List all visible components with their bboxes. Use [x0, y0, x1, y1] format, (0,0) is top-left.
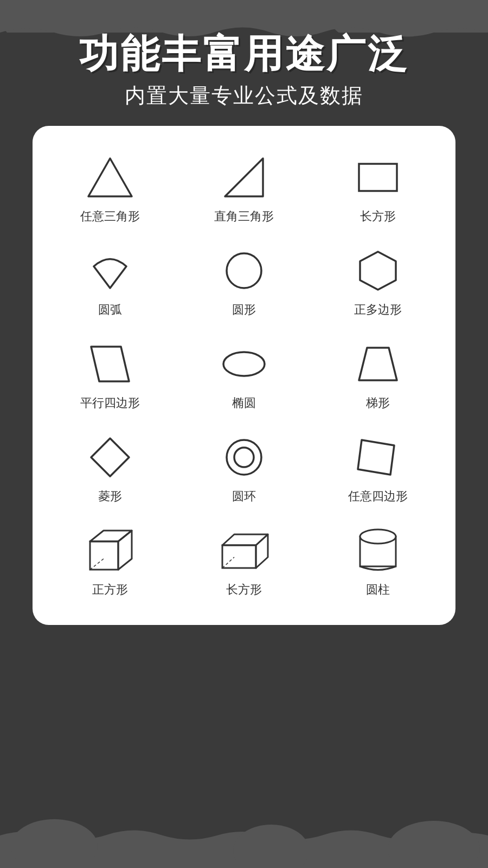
annulus-label: 圆环	[232, 488, 256, 505]
ellipse-icon	[217, 340, 271, 388]
arc-label: 圆弧	[98, 302, 122, 318]
parallelogram-label: 平行四边形	[80, 395, 140, 411]
svg-line-30	[222, 557, 234, 568]
shape-item-rectangle: 长方形	[311, 142, 445, 230]
shapes-card: 任意三角形 直角三角形 长方形	[33, 126, 455, 625]
svg-rect-9	[359, 164, 397, 191]
svg-marker-18	[358, 440, 394, 475]
shape-item-arc: 圆弧	[43, 235, 177, 323]
hexagon-icon	[351, 246, 405, 295]
clouds-bottom-decoration	[0, 803, 488, 868]
rectangle-label: 长方形	[360, 208, 396, 225]
svg-point-33	[11, 819, 98, 868]
cuboid-label: 长方形	[226, 582, 262, 598]
svg-point-34	[388, 821, 480, 868]
svg-marker-21	[118, 531, 132, 570]
shape-item-annulus: 圆环	[177, 422, 311, 510]
cylinder-label: 圆柱	[366, 582, 390, 598]
svg-marker-27	[256, 534, 268, 568]
shape-item-triangle: 任意三角形	[43, 142, 177, 230]
svg-point-17	[234, 448, 254, 467]
parallelogram-icon	[83, 340, 137, 388]
cylinder-icon	[351, 526, 405, 575]
svg-marker-14	[359, 348, 397, 380]
svg-point-10	[227, 253, 261, 288]
shape-item-quad: 任意四边形	[311, 422, 445, 510]
cube-icon	[83, 526, 137, 575]
shape-item-parallelogram: 平行四边形	[43, 329, 177, 417]
triangle-icon	[83, 153, 137, 202]
svg-line-24	[90, 559, 104, 570]
rhombus-icon	[83, 433, 137, 482]
shape-item-ellipse: 椭圆	[177, 329, 311, 417]
circle-icon	[217, 246, 271, 295]
svg-rect-19	[90, 541, 118, 570]
svg-point-32	[360, 529, 396, 544]
rectangle-icon	[351, 153, 405, 202]
header-section: 功能丰富用途广泛 内置大量专业公式及数据	[0, 0, 488, 126]
svg-point-35	[233, 825, 309, 868]
shape-item-rhombus: 菱形	[43, 422, 177, 510]
right-triangle-icon	[217, 153, 271, 202]
shape-item-cube: 正方形	[43, 515, 177, 603]
triangle-label: 任意三角形	[80, 208, 140, 225]
svg-marker-15	[91, 438, 129, 476]
svg-marker-12	[91, 347, 129, 381]
cube-label: 正方形	[92, 582, 128, 598]
quad-icon	[351, 433, 405, 482]
right-triangle-label: 直角三角形	[214, 208, 274, 225]
shape-item-cuboid: 长方形	[177, 515, 311, 603]
main-title: 功能丰富用途广泛	[0, 33, 488, 75]
shape-item-trapezoid: 梯形	[311, 329, 445, 417]
svg-point-13	[223, 352, 265, 376]
shape-item-right-triangle: 直角三角形	[177, 142, 311, 230]
svg-marker-7	[88, 158, 132, 196]
trapezoid-icon	[351, 340, 405, 388]
svg-marker-11	[360, 252, 396, 290]
shapes-grid: 任意三角形 直角三角形 长方形	[43, 142, 445, 603]
sub-title: 内置大量专业公式及数据	[0, 82, 488, 110]
svg-marker-8	[225, 158, 263, 196]
arc-icon	[83, 246, 137, 295]
ellipse-label: 椭圆	[232, 395, 256, 411]
svg-rect-25	[222, 545, 256, 568]
circle-label: 圆形	[232, 302, 256, 318]
cuboid-icon	[217, 526, 271, 575]
annulus-icon	[217, 433, 271, 482]
trapezoid-label: 梯形	[366, 395, 390, 411]
hexagon-label: 正多边形	[354, 302, 402, 318]
rhombus-label: 菱形	[98, 488, 122, 505]
shape-item-hexagon: 正多边形	[311, 235, 445, 323]
quad-label: 任意四边形	[348, 488, 408, 505]
svg-point-16	[227, 440, 261, 475]
shape-item-cylinder: 圆柱	[311, 515, 445, 603]
shape-item-circle: 圆形	[177, 235, 311, 323]
